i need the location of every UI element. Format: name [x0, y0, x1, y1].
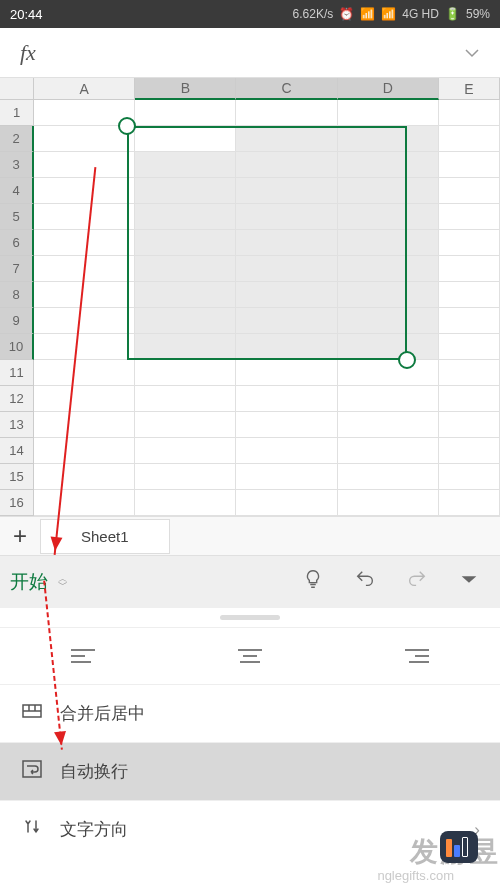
- cell[interactable]: [338, 282, 439, 308]
- row-header[interactable]: 1: [0, 100, 34, 126]
- cell[interactable]: [236, 178, 337, 204]
- cell[interactable]: [34, 490, 135, 516]
- cell[interactable]: [34, 360, 135, 386]
- cell[interactable]: [135, 256, 236, 282]
- row-header[interactable]: 7: [0, 256, 34, 282]
- cell[interactable]: [236, 152, 337, 178]
- cell[interactable]: [439, 438, 500, 464]
- panel-grabber[interactable]: [0, 608, 500, 628]
- cell[interactable]: [236, 412, 337, 438]
- cell[interactable]: [236, 256, 337, 282]
- cell[interactable]: [338, 256, 439, 282]
- row-header[interactable]: 11: [0, 360, 34, 386]
- cell[interactable]: [439, 230, 500, 256]
- row-header[interactable]: 4: [0, 178, 34, 204]
- cell[interactable]: [34, 178, 135, 204]
- cell[interactable]: [34, 386, 135, 412]
- cell[interactable]: [338, 178, 439, 204]
- select-all-cell[interactable]: [0, 78, 34, 100]
- lightbulb-icon[interactable]: [302, 568, 324, 596]
- cell[interactable]: [135, 438, 236, 464]
- cell[interactable]: [34, 438, 135, 464]
- cell[interactable]: [135, 360, 236, 386]
- cell[interactable]: [338, 412, 439, 438]
- cell[interactable]: [135, 126, 236, 152]
- cell[interactable]: [236, 360, 337, 386]
- cell[interactable]: [135, 412, 236, 438]
- cell[interactable]: [338, 386, 439, 412]
- selection-handle-bottomright[interactable]: [398, 351, 416, 369]
- cell[interactable]: [135, 282, 236, 308]
- align-left-button[interactable]: [0, 646, 167, 666]
- cell[interactable]: [439, 412, 500, 438]
- cell[interactable]: [439, 100, 500, 126]
- row-header[interactable]: 14: [0, 438, 34, 464]
- cell[interactable]: [236, 230, 337, 256]
- cell[interactable]: [135, 178, 236, 204]
- cell[interactable]: [34, 282, 135, 308]
- cell[interactable]: [439, 282, 500, 308]
- cell[interactable]: [34, 464, 135, 490]
- redo-icon[interactable]: [406, 568, 428, 596]
- cell[interactable]: [338, 360, 439, 386]
- cell[interactable]: [439, 464, 500, 490]
- row-header[interactable]: 9: [0, 308, 34, 334]
- cell[interactable]: [338, 204, 439, 230]
- selection-handle-topleft[interactable]: [118, 117, 136, 135]
- cell[interactable]: [236, 334, 337, 360]
- cell[interactable]: [439, 308, 500, 334]
- row-header[interactable]: 2: [0, 126, 34, 152]
- row-header[interactable]: 15: [0, 464, 34, 490]
- row-header[interactable]: 13: [0, 412, 34, 438]
- cell[interactable]: [34, 204, 135, 230]
- cell[interactable]: [338, 438, 439, 464]
- cell[interactable]: [338, 100, 439, 126]
- wrap-text-button[interactable]: 自动换行: [0, 742, 500, 800]
- col-header-D[interactable]: D: [338, 78, 439, 100]
- undo-icon[interactable]: [354, 568, 376, 596]
- row-header[interactable]: 10: [0, 334, 34, 360]
- cell[interactable]: [338, 490, 439, 516]
- cell[interactable]: [439, 490, 500, 516]
- cell[interactable]: [135, 308, 236, 334]
- cell[interactable]: [236, 282, 337, 308]
- cell[interactable]: [135, 490, 236, 516]
- formula-dropdown-icon[interactable]: [464, 44, 480, 62]
- cell[interactable]: [135, 152, 236, 178]
- row-header[interactable]: 6: [0, 230, 34, 256]
- spreadsheet-grid[interactable]: A B C D E 1 2 3 4 5 6 7 8 9 10 11 12 13 …: [0, 78, 500, 516]
- cell[interactable]: [236, 438, 337, 464]
- more-icon[interactable]: [458, 568, 480, 596]
- row-header[interactable]: 12: [0, 386, 34, 412]
- align-right-button[interactable]: [333, 646, 500, 666]
- cell[interactable]: [236, 464, 337, 490]
- cell[interactable]: [439, 360, 500, 386]
- cell[interactable]: [439, 204, 500, 230]
- align-center-button[interactable]: [167, 646, 334, 666]
- cell[interactable]: [338, 464, 439, 490]
- cell[interactable]: [135, 230, 236, 256]
- cell[interactable]: [338, 230, 439, 256]
- cell[interactable]: [135, 100, 236, 126]
- cell[interactable]: [439, 178, 500, 204]
- cell[interactable]: [439, 256, 500, 282]
- add-sheet-button[interactable]: +: [0, 522, 40, 550]
- col-header-B[interactable]: B: [135, 78, 236, 100]
- row-header[interactable]: 5: [0, 204, 34, 230]
- merge-center-button[interactable]: 合并后居中: [0, 684, 500, 742]
- cell[interactable]: [236, 126, 337, 152]
- cell[interactable]: [236, 490, 337, 516]
- cell[interactable]: [135, 204, 236, 230]
- row-header[interactable]: 8: [0, 282, 34, 308]
- ribbon-tab-start[interactable]: 开始 ︿﹀: [10, 569, 68, 595]
- cell[interactable]: [338, 334, 439, 360]
- cell[interactable]: [135, 386, 236, 412]
- cell[interactable]: [34, 308, 135, 334]
- cell[interactable]: [34, 334, 135, 360]
- cell[interactable]: [439, 126, 500, 152]
- col-header-C[interactable]: C: [236, 78, 337, 100]
- cell[interactable]: [135, 464, 236, 490]
- cell[interactable]: [236, 308, 337, 334]
- cell[interactable]: [338, 152, 439, 178]
- cell[interactable]: [338, 308, 439, 334]
